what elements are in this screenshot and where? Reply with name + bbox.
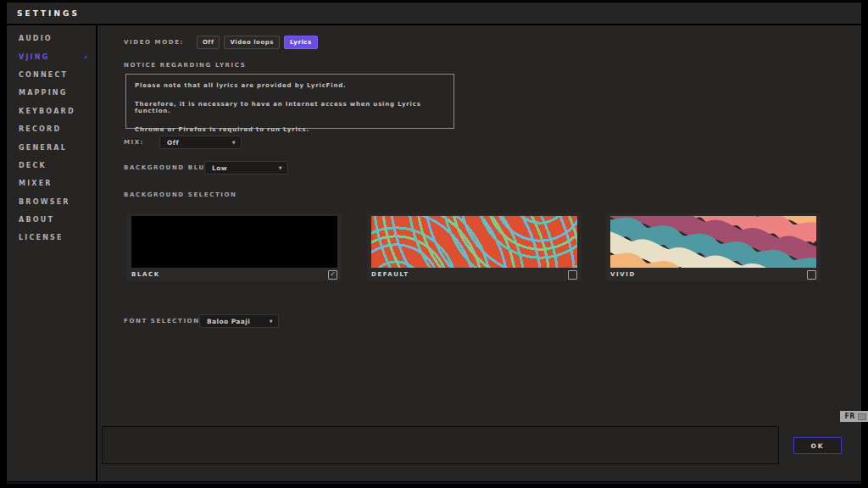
message-box — [102, 426, 779, 464]
ok-button[interactable]: OK — [793, 437, 842, 454]
background-option-default[interactable]: DEFAULT — [367, 214, 581, 281]
sidebar-item-general[interactable]: GENERAL — [7, 138, 96, 156]
video-mode-videoloops-button[interactable]: Video loops — [224, 36, 279, 49]
sidebar-item-keyboard[interactable]: KEYBOARD — [7, 103, 96, 120]
sidebar-item-mapping[interactable]: MAPPING — [7, 84, 96, 102]
lyrics-notice-box: Please note that all lyrics are provided… — [125, 74, 454, 129]
background-blur-dropdown-value: Low — [212, 164, 227, 172]
black-label: BLACK — [131, 271, 160, 278]
notice-line-2: Therefore, it is necessary to have an In… — [135, 101, 445, 114]
language-code: FR — [844, 413, 855, 420]
background-selection-label: BACKGROUND SELECTION — [124, 191, 237, 198]
sidebar-item-license[interactable]: LICENSE — [7, 229, 96, 247]
mix-dropdown-value: Off — [167, 139, 179, 147]
window-bottom-edge — [7, 482, 861, 484]
settings-content: VIDEO MODE: Off Video loops Lyrics NOTIC… — [97, 25, 861, 481]
notice-line-3: Chrome or Firefox is required to run Lyr… — [135, 126, 445, 133]
background-blur-dropdown[interactable]: Low ▼ — [204, 161, 288, 175]
video-mode-row: VIDEO MODE: Off Video loops Lyrics — [124, 36, 318, 49]
settings-window: SETTINGS AUDIO VJING › CONNECT MAPPING K… — [7, 3, 861, 481]
vivid-thumbnail[interactable] — [610, 216, 816, 268]
background-blur-label: BACKGROUND BLUR — [124, 164, 211, 171]
settings-sidebar: AUDIO VJING › CONNECT MAPPING KEYBOARD R… — [7, 25, 97, 481]
vivid-checkbox[interactable] — [807, 270, 816, 280]
chevron-down-icon: ▼ — [270, 319, 273, 324]
sidebar-item-audio[interactable]: AUDIO — [7, 30, 96, 47]
video-mode-off-button[interactable]: Off — [197, 36, 220, 49]
vivid-wave-pattern — [610, 216, 816, 268]
mix-dropdown[interactable]: Off ▼ — [159, 136, 242, 149]
default-label: DEFAULT — [371, 271, 409, 278]
default-checkbox[interactable] — [568, 270, 577, 280]
font-selection-dropdown-value: Baloo Paaji — [207, 318, 250, 325]
video-mode-label: VIDEO MODE: — [124, 39, 184, 46]
sidebar-item-deck[interactable]: DECK — [7, 157, 96, 175]
sidebar-item-mixer[interactable]: MIXER — [7, 175, 96, 192]
notice-title: NOTICE REGARDING LYRICS — [124, 62, 246, 69]
sidebar-item-browser[interactable]: BROWSER — [7, 193, 96, 211]
black-thumbnail[interactable] — [131, 216, 337, 268]
video-mode-lyrics-button[interactable]: Lyrics — [284, 36, 318, 49]
sidebar-item-about[interactable]: ABOUT — [7, 211, 96, 229]
chevron-right-icon: › — [84, 53, 87, 61]
titlebar: SETTINGS — [7, 3, 861, 25]
language-indicator[interactable]: FR — [840, 411, 868, 422]
page-title: SETTINGS — [17, 9, 80, 18]
keyboard-layout-icon — [858, 413, 866, 420]
background-option-black[interactable]: BLACK ✓ — [127, 214, 342, 281]
background-option-vivid[interactable]: VIVID — [606, 214, 821, 281]
vivid-label: VIVID — [610, 271, 636, 278]
default-thumbnail[interactable] — [371, 216, 577, 268]
font-selection-dropdown[interactable]: Baloo Paaji ▼ — [199, 314, 279, 328]
chevron-down-icon: ▼ — [232, 140, 236, 145]
mix-label: MIX: — [124, 139, 144, 146]
chevron-down-icon: ▼ — [279, 165, 282, 170]
font-selection-label: FONT SELECTION: — [124, 318, 203, 324]
notice-line-1: Please note that all lyrics are provided… — [135, 82, 445, 89]
sidebar-item-vjing[interactable]: VJING › — [7, 47, 96, 65]
sidebar-item-record[interactable]: RECORD — [7, 120, 96, 138]
black-checkbox[interactable]: ✓ — [328, 270, 337, 280]
sidebar-item-connect[interactable]: CONNECT — [7, 66, 96, 84]
